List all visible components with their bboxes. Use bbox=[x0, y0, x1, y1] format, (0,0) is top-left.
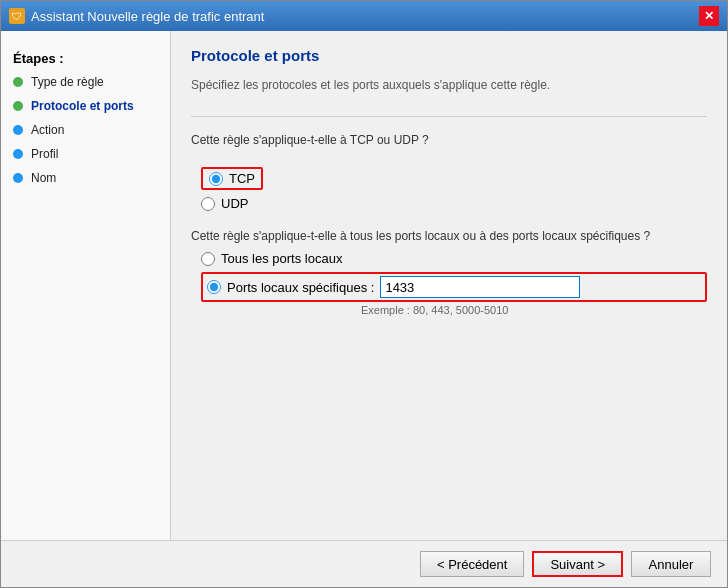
all-ports-radio[interactable] bbox=[201, 252, 215, 266]
udp-radio-label[interactable]: UDP bbox=[201, 196, 707, 211]
sidebar-label-profil: Profil bbox=[31, 147, 58, 161]
specific-ports-radio[interactable] bbox=[207, 280, 221, 294]
dot-icon-protocole-ports bbox=[13, 101, 23, 111]
ports-section: Cette règle s'applique-t-elle à tous les… bbox=[191, 229, 707, 316]
specific-ports-highlighted-row: Ports locaux spécifiques : bbox=[201, 272, 707, 302]
udp-radio[interactable] bbox=[201, 197, 215, 211]
tcp-radio[interactable] bbox=[209, 172, 223, 186]
dot-icon-type-regle bbox=[13, 77, 23, 87]
steps-header: Étapes : bbox=[1, 43, 170, 70]
udp-label: UDP bbox=[221, 196, 248, 211]
prev-button[interactable]: < Précédent bbox=[420, 551, 524, 577]
protocol-radio-group: TCP UDP bbox=[201, 167, 707, 211]
panel-description: Spécifiez les protocoles et les ports au… bbox=[191, 78, 707, 92]
sidebar: Étapes : Type de règle Protocole et port… bbox=[1, 31, 171, 540]
close-button[interactable]: ✕ bbox=[699, 6, 719, 26]
divider1 bbox=[191, 116, 707, 117]
cancel-button[interactable]: Annuler bbox=[631, 551, 711, 577]
ports-radio-group: Tous les ports locaux Ports locaux spéci… bbox=[201, 251, 707, 302]
title-bar: 🛡 Assistant Nouvelle règle de trafic ent… bbox=[1, 1, 727, 31]
sidebar-item-protocole-ports[interactable]: Protocole et ports bbox=[1, 94, 170, 118]
all-ports-text: Tous les ports locaux bbox=[221, 251, 342, 266]
tcp-radio-label[interactable]: TCP bbox=[201, 167, 707, 190]
sidebar-item-nom[interactable]: Nom bbox=[1, 166, 170, 190]
window-icon: 🛡 bbox=[9, 8, 25, 24]
tcp-highlighted-box: TCP bbox=[201, 167, 263, 190]
title-bar-left: 🛡 Assistant Nouvelle règle de trafic ent… bbox=[9, 8, 264, 24]
sidebar-item-type-regle[interactable]: Type de règle bbox=[1, 70, 170, 94]
all-ports-label[interactable]: Tous les ports locaux bbox=[201, 251, 707, 266]
sidebar-label-nom: Nom bbox=[31, 171, 56, 185]
tcp-label: TCP bbox=[229, 171, 255, 186]
panel-title: Protocole et ports bbox=[191, 47, 707, 64]
button-bar: < Précédent Suivant > Annuler bbox=[1, 540, 727, 587]
dot-icon-nom bbox=[13, 173, 23, 183]
content-area: Étapes : Type de règle Protocole et port… bbox=[1, 31, 727, 540]
sidebar-label-protocole-ports: Protocole et ports bbox=[31, 99, 134, 113]
sidebar-item-action[interactable]: Action bbox=[1, 118, 170, 142]
example-text: Exemple : 80, 443, 5000-5010 bbox=[361, 304, 707, 316]
specific-ports-text: Ports locaux spécifiques : bbox=[227, 280, 374, 295]
main-panel: Protocole et ports Spécifiez les protoco… bbox=[171, 31, 727, 540]
question2-text: Cette règle s'applique-t-elle à tous les… bbox=[191, 229, 707, 243]
dot-icon-action bbox=[13, 125, 23, 135]
specific-ports-label[interactable]: Ports locaux spécifiques : bbox=[207, 280, 374, 295]
dot-icon-profil bbox=[13, 149, 23, 159]
next-button[interactable]: Suivant > bbox=[532, 551, 623, 577]
question1-text: Cette règle s'applique-t-elle à TCP ou U… bbox=[191, 133, 707, 147]
sidebar-label-action: Action bbox=[31, 123, 64, 137]
main-window: 🛡 Assistant Nouvelle règle de trafic ent… bbox=[0, 0, 728, 588]
port-input[interactable] bbox=[380, 276, 580, 298]
sidebar-label-type-regle: Type de règle bbox=[31, 75, 104, 89]
sidebar-item-profil[interactable]: Profil bbox=[1, 142, 170, 166]
window-title: Assistant Nouvelle règle de trafic entra… bbox=[31, 9, 264, 24]
